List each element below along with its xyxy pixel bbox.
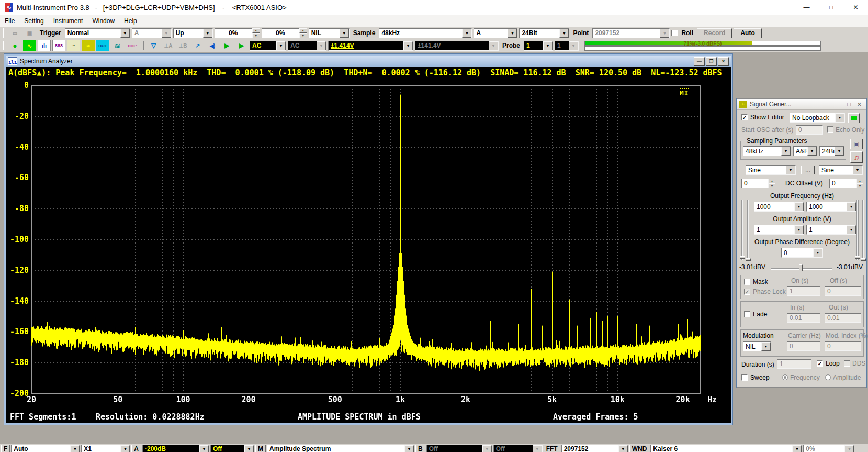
spin-down-icon[interactable]: ▼	[252, 33, 260, 38]
amplitude-a-combo[interactable]: 1▼	[754, 225, 804, 235]
close-button[interactable]: ✕	[718, 57, 729, 66]
spectrum-3d-plot-icon[interactable]: ◔	[67, 40, 80, 51]
chevron-down-icon[interactable]: ▼	[199, 445, 209, 452]
chevron-down-icon[interactable]: ▼	[403, 41, 413, 50]
level-slider-b2[interactable]	[862, 200, 864, 260]
display-mode-combo[interactable]: Amplitude Spectrum▼	[267, 445, 414, 452]
balance-slider-handle[interactable]	[799, 264, 803, 271]
slider-handle[interactable]	[740, 256, 745, 259]
chevron-down-icon[interactable]: ▼	[462, 29, 471, 38]
fade-checkbox[interactable]	[744, 311, 750, 317]
chevron-down-icon[interactable]: ▼	[276, 41, 286, 50]
ddp-viewer-icon[interactable]: DDP	[126, 40, 139, 51]
chevron-down-icon[interactable]: ▼	[508, 29, 517, 38]
chevron-down-icon[interactable]: ▼	[559, 29, 569, 38]
open-file-icon[interactable]: ▭	[8, 27, 21, 39]
chevron-down-icon[interactable]: ▼	[794, 225, 804, 234]
a-ref-combo[interactable]: Off▼	[210, 445, 254, 452]
spectrum-analyzer-icon[interactable]: ılı	[38, 40, 51, 51]
maximize-button[interactable]: □	[819, 0, 843, 15]
signal-generator-titlebar[interactable]: ≈ Signal Gener... — □ ✕	[737, 99, 866, 110]
probe-a-combo[interactable]: 1▼	[524, 41, 553, 51]
sg-bits-combo[interactable]: 24Bit▼	[819, 146, 844, 156]
spin-down-icon[interactable]: ▼	[299, 33, 307, 38]
window-function-combo[interactable]: Kaiser 6▼	[650, 445, 802, 452]
toolbar-grip[interactable]	[3, 41, 5, 50]
dc-offset-a-field[interactable]: 0	[741, 179, 769, 188]
amplitude-b-combo[interactable]: 1▼	[806, 225, 856, 235]
waveform-b-combo[interactable]: Sine▼	[819, 165, 863, 175]
level-slider-b1[interactable]	[856, 200, 859, 260]
input-switch-icon[interactable]: ▽	[147, 40, 160, 51]
chevron-down-icon[interactable]: ▼	[813, 248, 822, 257]
chevron-down-icon[interactable]: ▼	[543, 41, 553, 50]
minimize-button[interactable]: —	[694, 57, 705, 66]
a-range-combo[interactable]: -200dB▼	[142, 445, 209, 452]
spectrum-window-titlebar[interactable]: ılı Spectrum Analyzer — ❐ ✕	[6, 56, 731, 67]
chevron-down-icon[interactable]: ▼	[847, 202, 856, 211]
chevron-down-icon[interactable]: ▼	[781, 147, 791, 156]
spin-up-icon[interactable]: ▲	[252, 28, 260, 34]
loop-checkbox[interactable]: ✓	[817, 360, 823, 367]
phase-combo[interactable]: 0▼	[781, 248, 823, 258]
chevron-down-icon[interactable]: ▼	[203, 29, 212, 38]
run-icon[interactable]: ●	[8, 40, 21, 51]
close-button[interactable]: ✕	[843, 0, 868, 15]
menu-window[interactable]: Window	[87, 15, 119, 27]
chevron-down-icon[interactable]: ▼	[786, 166, 795, 174]
menu-file[interactable]: File	[0, 15, 19, 27]
chevron-down-icon[interactable]: ▼	[120, 445, 130, 452]
generator-on-button[interactable]	[848, 113, 860, 123]
mask-checkbox[interactable]	[744, 279, 750, 285]
trigger-delay-spinner[interactable]: 0%▲▼	[262, 28, 307, 38]
minimize-button[interactable]: —	[794, 0, 819, 15]
calibration-probe-icon[interactable]: ↗	[191, 40, 204, 51]
minimize-button[interactable]: —	[835, 101, 841, 108]
close-button[interactable]: ✕	[857, 101, 862, 108]
chevron-down-icon[interactable]: ▼	[835, 147, 844, 156]
chevron-down-icon[interactable]: ▼	[794, 202, 804, 211]
sg-channels-combo[interactable]: A&B▼	[793, 146, 817, 156]
derived-data-curves-icon[interactable]: ≋	[111, 40, 124, 51]
slider-handle[interactable]	[855, 256, 860, 259]
trigger-mode-combo[interactable]: Normal▼	[65, 28, 130, 38]
oscilloscope-icon[interactable]: ∿	[23, 40, 36, 51]
menu-instrument[interactable]: Instrument	[49, 15, 88, 27]
level-slider-a2[interactable]	[747, 200, 749, 260]
spin-down-icon[interactable]: ▼	[769, 183, 775, 188]
menu-help[interactable]: Help	[119, 15, 142, 27]
slider-handle[interactable]	[746, 258, 751, 261]
music-notes-button[interactable]: ♫	[850, 151, 863, 163]
menu-setting[interactable]: Setting	[19, 15, 48, 27]
modulation-combo[interactable]: NIL▼	[743, 341, 771, 351]
sweep-checkbox[interactable]	[741, 374, 748, 381]
frequency-b-combo[interactable]: 1000▼	[806, 202, 856, 212]
chevron-down-icon[interactable]: ▼	[404, 445, 414, 452]
roll-checkbox[interactable]	[671, 30, 678, 36]
dc-offset-b-field[interactable]: 0	[829, 179, 856, 188]
spin-up-icon[interactable]: ▲	[299, 28, 307, 34]
zoom-combo[interactable]: X1▼	[81, 445, 130, 452]
trigger-edge-combo[interactable]: Up▼	[173, 28, 213, 38]
sound-device-icon[interactable]: ◀)	[206, 40, 219, 51]
sampling-rate-combo[interactable]: 48kHz▼	[379, 28, 472, 38]
toolbar-grip[interactable]	[3, 28, 5, 38]
spin-down-icon[interactable]: ▼	[856, 183, 863, 188]
spectrum-plot-canvas[interactable]	[6, 79, 731, 403]
fft-size-combo[interactable]: 2097152▼	[561, 445, 628, 452]
auto-button[interactable]: Auto	[734, 28, 761, 38]
more-options-button[interactable]: ...	[801, 166, 815, 174]
chevron-down-icon[interactable]: ▼	[807, 147, 817, 156]
save-signal-button[interactable]: ▣	[850, 139, 863, 149]
waveform-a-combo[interactable]: Sine▼	[746, 165, 796, 175]
run-play-icon[interactable]: ▶	[220, 40, 233, 51]
signal-generator-icon[interactable]: ≈	[82, 40, 95, 51]
loopback-play-icon[interactable]: ▶	[235, 40, 248, 51]
chevron-down-icon[interactable]: ▼	[853, 166, 862, 174]
slider-handle[interactable]	[861, 258, 866, 261]
save-file-icon[interactable]: ▣	[23, 27, 36, 39]
spin-up-icon[interactable]: ▲	[769, 179, 775, 183]
bit-depth-combo[interactable]: 24Bit▼	[519, 28, 569, 38]
chevron-down-icon[interactable]: ▼	[120, 29, 130, 38]
chevron-down-icon[interactable]: ▼	[244, 445, 254, 452]
